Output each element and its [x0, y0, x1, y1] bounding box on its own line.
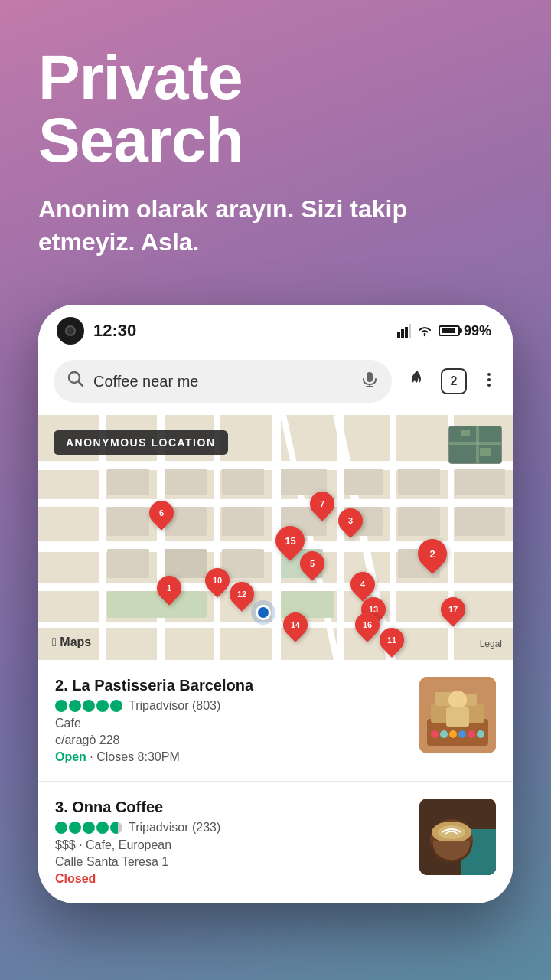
- search-query: Coffee near me: [93, 373, 352, 390]
- svg-rect-34: [222, 507, 264, 536]
- result-rating-1: Tripadvisor (803): [55, 699, 406, 713]
- svg-point-10: [487, 378, 491, 381]
- result-name-2: 3. Onna Coffee: [55, 799, 406, 816]
- svg-rect-49: [449, 442, 502, 445]
- svg-point-62: [449, 730, 457, 738]
- svg-rect-23: [390, 415, 396, 660]
- hero-title: PrivateSearch: [38, 46, 513, 172]
- svg-point-9: [487, 373, 491, 376]
- status-right: 99%: [397, 323, 491, 339]
- svg-rect-33: [222, 469, 264, 495]
- svg-rect-48: [449, 426, 502, 464]
- svg-rect-1: [401, 329, 404, 338]
- camera-icon: [57, 317, 84, 345]
- phone-wrapper: 12:30 99%: [0, 289, 551, 903]
- more-options-icon[interactable]: [481, 370, 497, 394]
- result-item-1[interactable]: 2. La Pastisseria Barcelona Tripadvisor …: [38, 660, 513, 782]
- result-info-1: 2. La Pastisseria Barcelona Tripadvisor …: [55, 677, 406, 764]
- status-bar: 12:30 99%: [38, 305, 513, 352]
- svg-point-70: [438, 825, 465, 839]
- search-bar[interactable]: Coffee near me: [54, 360, 392, 403]
- status-time: 12:30: [93, 321, 136, 341]
- star-half: [110, 822, 122, 834]
- result-type-1: Cafe: [55, 717, 406, 730]
- stars-2: [55, 822, 122, 834]
- star: [96, 822, 109, 834]
- hero-section: PrivateSearch Anonim olarak arayın. Sizi…: [0, 0, 551, 289]
- star: [55, 700, 67, 712]
- apple-logo: : [52, 635, 60, 648]
- svg-point-65: [477, 730, 484, 738]
- star: [110, 700, 122, 712]
- battery-indicator: 99%: [439, 323, 491, 339]
- star: [69, 700, 81, 712]
- star: [55, 822, 67, 834]
- map-thumbnail: [448, 426, 502, 464]
- result-price-type-2: $$$ · Cafe, European: [55, 838, 406, 852]
- star: [83, 822, 95, 834]
- maps-logo:  Maps: [52, 635, 91, 649]
- svg-point-11: [487, 384, 491, 387]
- svg-rect-29: [107, 549, 149, 578]
- result-status-1: Open · Closes 8:30PM: [55, 750, 406, 764]
- tripadvisor-rating-1: Tripadvisor (803): [129, 699, 220, 713]
- result-open-status-1: Open: [55, 750, 86, 763]
- star: [83, 700, 95, 712]
- svg-rect-51: [461, 430, 470, 436]
- svg-rect-52: [480, 448, 491, 456]
- svg-rect-44: [455, 469, 505, 495]
- status-left: 12:30: [57, 317, 136, 345]
- result-item-2[interactable]: 3. Onna Coffee Tripadvisor (233): [38, 782, 513, 903]
- tripadvisor-rating-2: Tripadvisor (233): [129, 821, 220, 835]
- svg-rect-41: [398, 469, 440, 495]
- svg-rect-0: [397, 332, 400, 338]
- phone-frame: 12:30 99%: [38, 305, 513, 903]
- star: [69, 822, 81, 834]
- battery-percent: 99%: [464, 323, 491, 339]
- svg-rect-46: [107, 591, 207, 618]
- wifi-icon: [417, 325, 432, 337]
- result-rating-2: Tripadvisor (233): [55, 821, 406, 835]
- svg-point-58: [448, 691, 467, 709]
- svg-rect-3: [409, 324, 411, 338]
- star: [96, 700, 109, 712]
- result-info-2: 3. Onna Coffee Tripadvisor (233): [55, 799, 406, 886]
- microphone-icon[interactable]: [361, 371, 378, 392]
- signal-icon: [397, 324, 411, 338]
- anonymous-badge: ANONYMOUS LOCATION: [54, 430, 228, 455]
- svg-point-63: [458, 730, 466, 738]
- result-image-1[interactable]: [419, 677, 496, 753]
- svg-rect-30: [165, 469, 207, 495]
- result-name-1: 2. La Pastisseria Barcelona: [55, 677, 406, 694]
- svg-rect-28: [107, 507, 149, 536]
- search-icon: [67, 371, 84, 392]
- map-container[interactable]: ANONYMOUS LOCATION 1 6: [38, 415, 513, 660]
- svg-line-5: [79, 382, 83, 387]
- svg-point-60: [431, 730, 439, 738]
- svg-rect-42: [398, 507, 440, 536]
- svg-rect-59: [446, 707, 469, 727]
- result-address-1: c/aragò 228: [55, 733, 406, 747]
- tab-counter[interactable]: 2: [441, 368, 467, 394]
- svg-rect-27: [107, 469, 149, 495]
- result-image-2[interactable]: [419, 799, 496, 875]
- stars-1: [55, 700, 122, 712]
- svg-rect-39: [344, 469, 383, 495]
- svg-rect-50: [476, 426, 479, 464]
- svg-rect-6: [367, 372, 373, 382]
- legal-text: Legal: [480, 639, 502, 649]
- flame-icon[interactable]: [407, 369, 427, 394]
- svg-rect-32: [165, 549, 207, 578]
- toolbar-icons: 2: [407, 368, 497, 394]
- search-bar-container: Coffee near me 2: [38, 352, 513, 415]
- results-list: 2. La Pastisseria Barcelona Tripadvisor …: [38, 660, 513, 903]
- result-hours-1: · Closes 8:30PM: [90, 750, 179, 763]
- svg-rect-45: [455, 507, 505, 536]
- svg-point-64: [468, 730, 475, 738]
- svg-point-61: [440, 730, 448, 738]
- hero-subtitle: Anonim olarak arayın. Sizi takip etmeyiz…: [38, 193, 482, 259]
- svg-rect-2: [405, 327, 408, 338]
- result-status-2: Closed: [55, 872, 406, 886]
- result-address-2: Calle Santa Teresa 1: [55, 855, 406, 869]
